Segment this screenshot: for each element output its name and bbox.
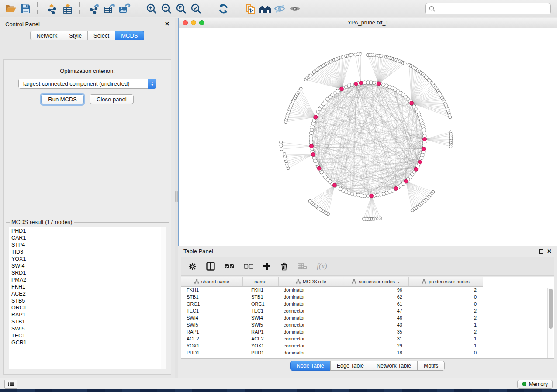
close-panel-icon[interactable]: ✕	[547, 249, 552, 254]
show-tasks-button[interactable]	[4, 380, 17, 389]
zoom-fit-icon[interactable]	[174, 2, 189, 16]
tab-select[interactable]: Select	[87, 31, 115, 40]
table-row[interactable]: STB1STB1dominator620	[181, 293, 483, 300]
float-window-icon[interactable]	[157, 22, 161, 26]
mcds-node[interactable]	[410, 101, 414, 105]
save-icon[interactable]	[18, 2, 33, 16]
satellite-node[interactable]	[280, 148, 283, 151]
mcds-result-item[interactable]: PMA2	[9, 276, 166, 283]
vertical-splitter[interactable]	[175, 18, 178, 378]
table-row[interactable]: PHD1PHD1dominator180	[181, 349, 483, 356]
mcds-node[interactable]	[317, 166, 321, 170]
select-all-icon[interactable]	[225, 263, 234, 269]
close-panel-icon[interactable]: ✕	[165, 22, 170, 26]
export-network-icon[interactable]	[87, 2, 102, 16]
tab-node-table[interactable]: Node Table	[290, 361, 331, 371]
table-row[interactable]: ORC1ORC1dominator610	[181, 300, 483, 307]
mcds-node[interactable]	[422, 147, 426, 151]
refresh-icon[interactable]	[216, 2, 231, 16]
mcds-result-item[interactable]: SRD1	[9, 269, 166, 276]
mcds-result-item[interactable]: RAP1	[9, 311, 166, 318]
table-row[interactable]: TEC1TEC1connector472	[181, 307, 483, 314]
mcds-result-list[interactable]: PHD1CAR1STP4TID3YOX1SWI4SRD1PMA2FKH1ACE2…	[9, 227, 166, 369]
mcds-result-item[interactable]: TEC1	[9, 332, 166, 339]
mcds-result-item[interactable]: STP4	[9, 241, 166, 248]
mcds-result-item[interactable]: STB5	[9, 297, 166, 304]
mcds-result-item[interactable]: ORC1	[9, 304, 166, 311]
mcds-result-item[interactable]: CAR1	[9, 234, 166, 241]
close-panel-button[interactable]: Close panel	[90, 94, 134, 104]
satellite-node[interactable]	[359, 52, 362, 55]
mcds-node[interactable]	[340, 87, 344, 91]
table-row[interactable]: SWI4SWI4dominator462	[181, 314, 483, 321]
zoom-selected-icon[interactable]	[189, 2, 204, 16]
satellite-node[interactable]	[350, 53, 353, 56]
network-canvas[interactable]	[179, 28, 557, 245]
mcds-node[interactable]	[359, 81, 363, 85]
mcds-node[interactable]	[311, 153, 315, 157]
settings-gear-icon[interactable]	[188, 262, 197, 271]
table-row[interactable]: RAP1RAP1dominator352	[181, 328, 483, 335]
memory-button[interactable]: Memory	[517, 380, 553, 389]
search-field[interactable]	[425, 3, 551, 14]
export-image-icon[interactable]	[117, 2, 132, 16]
show-column-icon[interactable]	[206, 262, 215, 271]
satellite-node[interactable]	[449, 145, 452, 148]
optimization-criterion-dropdown[interactable]: largest connected component (undirected)…	[18, 79, 156, 89]
splitter-handle[interactable]	[175, 191, 178, 202]
import-network-icon[interactable]	[45, 2, 60, 16]
go-home-icon[interactable]	[258, 2, 273, 16]
zoom-in-icon[interactable]	[144, 2, 159, 16]
column-header-name[interactable]: name	[242, 277, 278, 286]
satellite-node[interactable]	[449, 116, 452, 119]
result-list-scrollbar[interactable]	[161, 227, 166, 369]
mcds-node[interactable]	[377, 82, 381, 86]
satellite-node[interactable]	[308, 199, 311, 203]
table-row[interactable]: SWI5SWI5connector431	[181, 321, 483, 328]
satellite-node[interactable]	[362, 217, 365, 220]
network-graph[interactable]	[179, 28, 557, 245]
column-header-successor-nodes[interactable]: successor nodes⌄	[344, 277, 408, 286]
mcds-result-item[interactable]: SWI5	[9, 325, 166, 332]
tab-network-table[interactable]: Network Table	[370, 361, 418, 371]
delete-column-trash-icon[interactable]	[280, 262, 288, 271]
open-folder-icon[interactable]	[3, 2, 18, 16]
mcds-result-item[interactable]: TID3	[9, 248, 166, 255]
mcds-result-item[interactable]: FKH1	[9, 283, 166, 290]
export-table-icon[interactable]	[102, 2, 117, 16]
mcds-node[interactable]	[394, 187, 398, 191]
mcds-node[interactable]	[332, 183, 336, 187]
show-all-eye-icon[interactable]	[287, 2, 302, 16]
mcds-result-item[interactable]: SWI4	[9, 262, 166, 269]
tab-network[interactable]: Network	[30, 31, 63, 40]
mcds-node[interactable]	[354, 82, 358, 86]
satellite-node[interactable]	[280, 141, 283, 144]
mcds-node[interactable]	[404, 179, 408, 183]
mcds-node[interactable]	[370, 194, 374, 198]
tab-style[interactable]: Style	[63, 31, 88, 40]
mcds-result-item[interactable]: ACE2	[9, 290, 166, 297]
mcds-result-item[interactable]: PHD1	[9, 227, 166, 234]
table-row[interactable]: ACE2ACE2connector311	[181, 335, 483, 342]
float-window-icon[interactable]	[539, 249, 543, 254]
import-table-icon[interactable]	[60, 2, 75, 16]
search-input[interactable]	[438, 6, 547, 12]
column-header-MCDS-role[interactable]: MCDS role	[278, 277, 344, 286]
tab-mcds[interactable]: MCDS	[115, 31, 144, 40]
column-header-predecessor-nodes[interactable]: predecessor nodes	[408, 277, 483, 286]
satellite-node[interactable]	[411, 209, 414, 212]
mcds-node[interactable]	[310, 144, 314, 148]
column-header-shared-name[interactable]: shared name	[181, 277, 242, 286]
add-column-icon[interactable]	[263, 262, 271, 270]
mcds-result-item[interactable]: GCR1	[9, 339, 166, 346]
network-window-titlebar[interactable]: YPA_prune.txt_1	[179, 18, 557, 28]
mcds-node[interactable]	[314, 115, 318, 119]
mcds-result-item[interactable]: YOX1	[9, 255, 166, 262]
run-mcds-button[interactable]: Run MCDS	[41, 94, 84, 104]
table-row[interactable]: FKH1FKH1dominator962	[181, 286, 483, 293]
first-neighbors-icon[interactable]	[243, 2, 258, 16]
table-scrollbar-thumb[interactable]	[549, 289, 553, 329]
deselect-all-icon[interactable]	[244, 263, 253, 269]
mcds-result-item[interactable]: STB1	[9, 318, 166, 325]
sort-chevron-icon[interactable]: ⌄	[397, 279, 401, 284]
